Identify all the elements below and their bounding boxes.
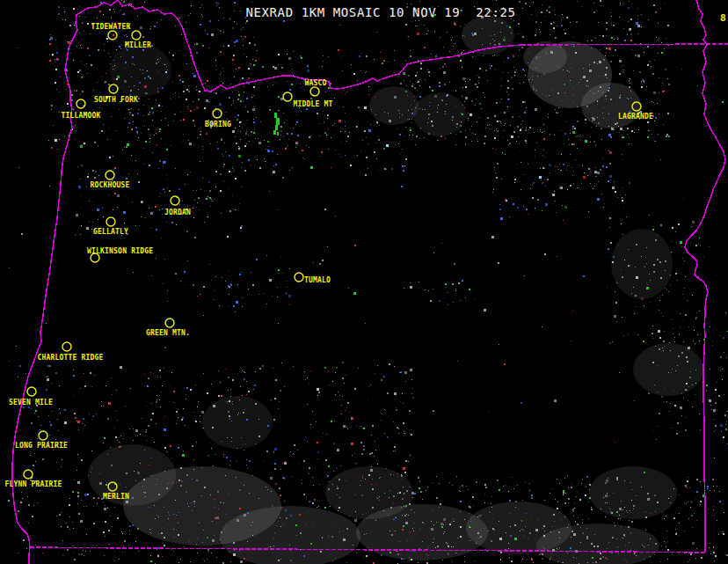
green-echo bbox=[277, 132, 279, 136]
station-label: MILLER bbox=[125, 41, 151, 49]
station-label: JORDAN bbox=[164, 209, 191, 216]
edge-cutoff-label: 8 bbox=[720, 12, 726, 24]
station-label: FLYNN PRAIRIE bbox=[4, 480, 62, 488]
station-label: TILLAMOOK bbox=[61, 112, 100, 120]
clutter-cloud bbox=[202, 396, 273, 449]
clutter-cloud bbox=[611, 229, 673, 299]
clutter-cloud bbox=[633, 343, 703, 396]
station-label: TUMALO bbox=[304, 276, 331, 284]
station-label: MERLIN bbox=[103, 493, 129, 501]
clutter-cloud bbox=[88, 444, 176, 506]
station-label: LAGRANDE bbox=[618, 113, 653, 121]
station-label: BORING bbox=[205, 121, 231, 128]
station-label: MIDDLE MT bbox=[293, 100, 332, 108]
green-echo bbox=[276, 118, 280, 125]
station-label: CHARLOTTE RIDGE bbox=[37, 354, 103, 362]
green-echo bbox=[273, 130, 276, 135]
station-label: SOUTH FORK bbox=[94, 96, 138, 104]
station-label: GELLATLY bbox=[93, 228, 128, 236]
clutter-cloud bbox=[523, 41, 567, 73]
green-echo bbox=[275, 125, 278, 130]
station-label: ROCKHOUSE bbox=[90, 181, 129, 189]
radar-mosaic-map: TIDEWATERMILLERSOUTH FORKTILLAMOOKWASCOM… bbox=[0, 0, 728, 564]
station-label: LONG PRAIRIE bbox=[15, 442, 68, 450]
station-label: TIDEWATER bbox=[91, 23, 130, 31]
green-echo bbox=[274, 113, 277, 118]
clutter-cloud bbox=[589, 466, 677, 519]
nexrad-radar-screen: TIDEWATERMILLERSOUTH FORKTILLAMOOKWASCOM… bbox=[0, 0, 728, 564]
map-title: NEXRAD 1KM MOSAIC 10 NOV 19 22:25 bbox=[246, 5, 516, 19]
station-label: GREEN MTN. bbox=[146, 329, 190, 337]
station-label: SEVEN MILE bbox=[9, 399, 53, 407]
station-label: WILKINSON RIDGE bbox=[87, 247, 153, 255]
clutter-cloud bbox=[413, 92, 466, 136]
station-label: WASCO bbox=[304, 79, 326, 87]
